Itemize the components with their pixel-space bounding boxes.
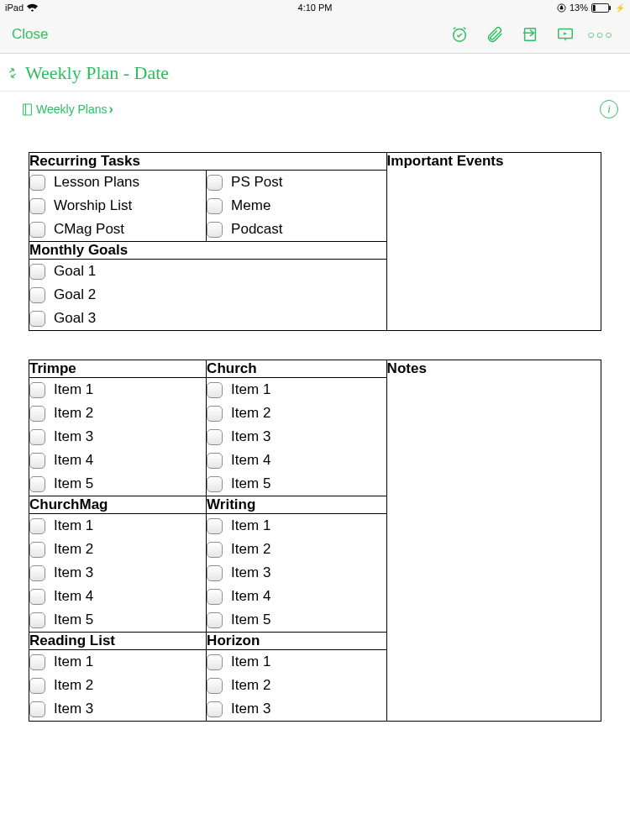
section-cell: Item 1 Item 2 Item 3 Item 4 Item 5 — [29, 378, 207, 496]
checkbox[interactable] — [207, 542, 223, 558]
checkbox[interactable] — [207, 476, 223, 492]
list-item: Item 2 — [29, 402, 206, 425]
checkbox[interactable] — [207, 453, 223, 469]
item-label: Item 1 — [54, 517, 93, 534]
item-label: Item 3 — [231, 564, 270, 581]
item-label: Item 3 — [231, 428, 270, 445]
status-bar: iPad 4:10 PM 13% ⚡ — [0, 0, 630, 15]
svg-rect-2 — [593, 4, 596, 10]
list-item: Goal 2 — [29, 283, 386, 307]
item-label: Item 4 — [231, 452, 270, 469]
checkbox[interactable] — [29, 678, 45, 694]
item-label: Item 2 — [54, 405, 93, 422]
list-item: Item 1 — [29, 514, 206, 538]
task-label: PS Post — [231, 174, 282, 191]
checkbox[interactable] — [29, 175, 45, 191]
checkbox[interactable] — [29, 476, 45, 492]
events-header: Important Events — [386, 153, 601, 331]
checkbox[interactable] — [29, 222, 45, 238]
checkbox[interactable] — [207, 429, 223, 445]
checkbox[interactable] — [29, 542, 45, 558]
charging-icon: ⚡ — [615, 3, 625, 13]
list-item: Item 3 — [207, 561, 386, 585]
section-cell: Item 1 Item 2 Item 3 Item 4 Item 5 — [207, 378, 387, 496]
checkbox[interactable] — [207, 175, 223, 191]
note-title[interactable]: Weekly Plan - Date — [25, 62, 169, 84]
checkbox[interactable] — [207, 701, 223, 717]
checkbox[interactable] — [207, 518, 223, 534]
checkbox[interactable] — [29, 518, 45, 534]
recurring-col1-cell: Lesson Plans Worship List CMag Post — [29, 171, 207, 242]
checkbox[interactable] — [29, 453, 45, 469]
checkbox[interactable] — [29, 287, 45, 303]
app-toolbar: Close ○○○ — [0, 15, 630, 54]
checkbox[interactable] — [207, 198, 223, 214]
list-item: Item 2 — [29, 674, 206, 697]
checkbox[interactable] — [29, 264, 45, 280]
item-label: Item 1 — [231, 381, 270, 398]
goal-label: Goal 2 — [54, 286, 96, 303]
collapse-icon[interactable] — [5, 67, 20, 79]
list-item: Item 4 — [29, 585, 206, 608]
battery-icon — [591, 3, 612, 13]
checkbox[interactable] — [29, 406, 45, 422]
list-item: Item 1 — [207, 378, 386, 402]
close-button[interactable]: Close — [12, 26, 48, 43]
item-label: Item 2 — [54, 677, 93, 694]
list-item: Item 1 — [207, 650, 386, 674]
item-label: Item 4 — [54, 452, 93, 469]
checkbox[interactable] — [207, 565, 223, 581]
item-label: Item 2 — [231, 677, 270, 694]
checkbox[interactable] — [207, 222, 223, 238]
section-header: Horizon — [207, 633, 387, 650]
checkbox[interactable] — [29, 382, 45, 398]
checkbox[interactable] — [207, 612, 223, 628]
item-label: Item 4 — [231, 588, 270, 605]
checkbox[interactable] — [29, 429, 45, 445]
attachment-icon[interactable] — [477, 15, 512, 54]
item-label: Item 3 — [54, 428, 93, 445]
checkbox[interactable] — [207, 589, 223, 605]
list-item: CMag Post — [29, 218, 206, 241]
item-label: Item 5 — [231, 612, 270, 628]
section-header: ChurchMag — [29, 496, 207, 514]
item-label: Item 3 — [231, 701, 270, 717]
wifi-icon — [27, 3, 38, 12]
checkbox[interactable] — [207, 654, 223, 670]
checkbox[interactable] — [29, 565, 45, 581]
item-label: Item 1 — [231, 654, 270, 670]
notes-header: Notes — [386, 360, 601, 722]
more-icon[interactable]: ○○○ — [583, 15, 618, 54]
task-label: Podcast — [231, 221, 282, 238]
checkbox[interactable] — [29, 701, 45, 717]
item-label: Item 1 — [231, 517, 270, 534]
list-item: Item 1 — [207, 514, 386, 538]
checkbox[interactable] — [29, 612, 45, 628]
item-label: Item 3 — [54, 564, 93, 581]
checkbox[interactable] — [29, 589, 45, 605]
share-icon[interactable] — [512, 15, 548, 54]
item-label: Item 2 — [231, 405, 270, 422]
item-label: Item 2 — [231, 541, 270, 558]
item-label: Item 4 — [54, 588, 93, 605]
checkbox[interactable] — [29, 654, 45, 670]
presentation-icon[interactable] — [548, 15, 583, 54]
recurring-header: Recurring Tasks — [29, 153, 387, 171]
list-item: Item 3 — [29, 561, 206, 585]
item-label: Item 3 — [54, 701, 93, 717]
info-icon[interactable]: i — [600, 100, 618, 118]
checkbox[interactable] — [207, 406, 223, 422]
checkbox[interactable] — [29, 311, 45, 327]
reminder-icon[interactable] — [442, 15, 477, 54]
goal-label: Goal 1 — [54, 263, 96, 280]
note-body[interactable]: Recurring Tasks Important Events Lesson … — [0, 123, 630, 722]
title-row: Weekly Plan - Date — [0, 54, 630, 92]
checkbox[interactable] — [207, 382, 223, 398]
notebook-link[interactable]: Weekly Plans — [36, 102, 108, 116]
item-label: Item 5 — [54, 612, 93, 628]
section-header: Trimpe — [29, 360, 207, 378]
checkbox[interactable] — [29, 198, 45, 214]
list-item: Item 2 — [207, 538, 386, 561]
checkbox[interactable] — [207, 678, 223, 694]
list-item: Item 3 — [29, 697, 206, 721]
